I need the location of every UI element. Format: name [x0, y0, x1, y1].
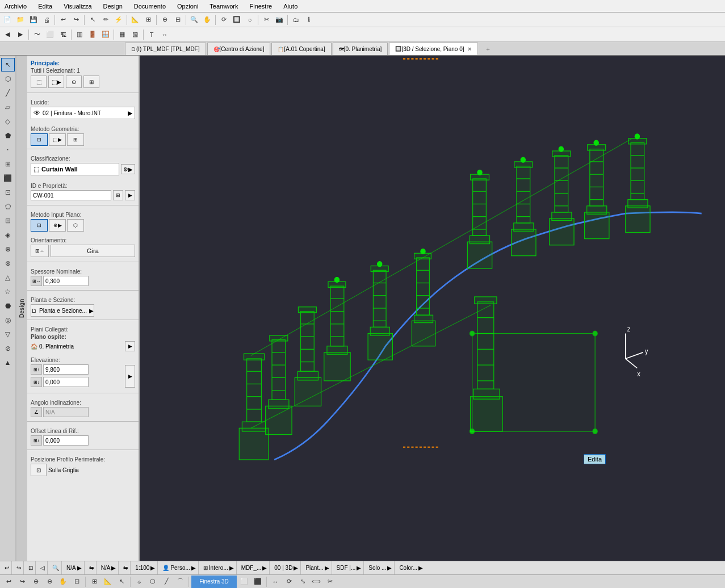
menu-design[interactable]: Design	[101, 2, 125, 11]
bottom-polygon[interactable]: ⬡	[146, 576, 159, 588]
selection-btn-3[interactable]: ⊙	[66, 75, 82, 88]
layer-btn[interactable]: 🗂	[290, 14, 302, 26]
section-btn[interactable]: ✂	[260, 14, 273, 26]
undo-btn[interactable]: ↩	[57, 14, 69, 26]
tool-16[interactable]: △	[1, 271, 15, 284]
bottom-zoom-out[interactable]: ⊖	[43, 576, 56, 588]
tool-20[interactable]: ▽	[1, 327, 15, 341]
elev-bot-input[interactable]	[43, 377, 89, 387]
bottom-mirror[interactable]: ⟺	[310, 576, 322, 588]
tab-3d-selezione[interactable]: 🔲 [3D / Selezione, Piano 0] ✕	[389, 43, 478, 55]
tool-15[interactable]: ⊗	[1, 257, 15, 270]
new-btn[interactable]: 📄	[1, 14, 14, 26]
menu-edita[interactable]: Edita	[36, 2, 55, 11]
bottom-section-icon[interactable]: ⟐	[133, 576, 145, 588]
status-color[interactable]: Color... ▶	[397, 561, 425, 574]
floor-btn[interactable]: ⬜	[44, 28, 56, 41]
selection-btn-2[interactable]: ⬚▶	[48, 75, 64, 88]
tool-9[interactable]: ⬛	[1, 171, 15, 185]
id-settings-btn[interactable]: ⊞	[113, 190, 123, 200]
save-btn[interactable]: 💾	[27, 14, 40, 26]
status-sdf[interactable]: SDF |... ▶	[334, 561, 364, 574]
bottom-zoom-in[interactable]: ⊕	[30, 576, 42, 588]
status-solo[interactable]: Solo ... ▶	[366, 561, 395, 574]
id-arrow-btn[interactable]: ▶	[125, 190, 135, 200]
classificazione-settings[interactable]: ⚙▶	[121, 164, 135, 174]
tool-2[interactable]: ⬡	[1, 72, 15, 86]
lucido-row[interactable]: 👁 02 | Finitura - Muro.INT ▶	[31, 107, 135, 119]
gira-btn[interactable]: Gira	[51, 245, 135, 257]
align-btn[interactable]: ⊞	[142, 14, 154, 26]
tool-13[interactable]: ◈	[1, 228, 15, 242]
tool-18[interactable]: ⬣	[1, 299, 15, 313]
measure-btn[interactable]: 📐	[129, 14, 141, 26]
viewport[interactable]: z y x Edita	[140, 56, 725, 561]
selection-btn-1[interactable]: ⬚	[31, 75, 47, 88]
dim-btn[interactable]: ↔	[158, 28, 171, 41]
curtain-wall-row[interactable]: ⬚ Curtain Wall	[31, 163, 119, 175]
orientamento-icon-btn[interactable]: ⊞↔	[31, 245, 49, 257]
display-btn[interactable]: ⊞	[83, 75, 99, 88]
view3d-btn[interactable]: 🔲	[231, 14, 243, 26]
status-arrow-mid[interactable]: ⇆	[87, 561, 97, 574]
edita-tooltip[interactable]: Edita	[584, 454, 606, 464]
pianta-sezione-btn[interactable]: 🗋 Pianta e Sezione... ▶	[31, 304, 94, 317]
menu-finestre[interactable]: Finestre	[247, 2, 274, 11]
status-na2[interactable]: N/A ▶	[99, 561, 119, 574]
arrow-left-btn[interactable]: ◀	[1, 28, 14, 41]
offset-input[interactable]	[43, 435, 89, 446]
door-btn[interactable]: 🚪	[86, 28, 99, 41]
wall-btn[interactable]: ▥	[73, 28, 86, 41]
tab-tpl-mdf[interactable]: 🗋 (I) TPL_MDF [TPL_MDF]	[125, 43, 206, 55]
input-btn-1[interactable]: ⊡	[31, 219, 48, 232]
orbit-btn[interactable]: ○	[244, 14, 256, 26]
status-undo[interactable]: ↩	[2, 561, 12, 574]
rotate3d-btn[interactable]: ⟳	[217, 14, 230, 26]
elev-settings-btn[interactable]: ▶	[125, 365, 135, 388]
status-mode[interactable]: 00 | 3D ▶	[272, 561, 301, 574]
text-btn[interactable]: T	[145, 28, 158, 41]
snap-btn[interactable]: ⊕	[158, 14, 171, 26]
select-tool[interactable]: ↖	[1, 58, 15, 72]
status-zoom-prev[interactable]: ◁	[38, 561, 48, 574]
redo-btn[interactable]: ↪	[70, 14, 82, 26]
metodo-btn-1[interactable]: ⊡	[31, 133, 48, 146]
hatch-btn[interactable]: ▧	[129, 28, 141, 41]
tool-17[interactable]: ☆	[1, 285, 15, 299]
bottom-redo[interactable]: ↪	[16, 576, 28, 588]
bottom-scale[interactable]: ⤡	[296, 576, 309, 588]
select-btn[interactable]: ↖	[86, 14, 99, 26]
bottom-rotate[interactable]: ⟳	[283, 576, 295, 588]
menu-archivio[interactable]: Archivio	[2, 2, 29, 11]
bottom-square[interactable]: ⬜	[238, 576, 250, 588]
camera-btn[interactable]: 📷	[273, 14, 286, 26]
id-input[interactable]	[31, 190, 111, 200]
input-btn-2[interactable]: ⊕▶	[49, 219, 66, 232]
tool-6[interactable]: ⬟	[1, 129, 15, 142]
spessore-input[interactable]	[43, 276, 89, 286]
bottom-move[interactable]: ↔	[269, 576, 282, 588]
tool-22[interactable]: ▲	[1, 356, 15, 369]
info-btn[interactable]: ℹ	[303, 14, 315, 26]
menu-opzioni[interactable]: Opzioni	[175, 2, 200, 11]
tool-8[interactable]: ⊞	[1, 157, 15, 171]
menu-documento[interactable]: Documento	[132, 2, 168, 11]
wave-btn[interactable]: 〜	[31, 28, 43, 41]
magic-btn[interactable]: ⚡	[112, 14, 125, 26]
bottom-snap[interactable]: ⊞	[88, 576, 100, 588]
status-arrow2[interactable]: ⇆	[121, 561, 131, 574]
status-zoom-fit[interactable]: ⊡	[26, 561, 36, 574]
stair-btn[interactable]: 🏗	[57, 28, 69, 41]
piano-arrow-btn[interactable]: ▶	[125, 341, 135, 351]
bottom-undo[interactable]: ↩	[2, 576, 15, 588]
elev-top-input[interactable]	[43, 364, 89, 375]
menu-visualizza[interactable]: Visualizza	[61, 2, 94, 11]
tool-4[interactable]: ▱	[1, 100, 15, 114]
tab-centro-azione[interactable]: 🎯 [Centro di Azione]	[207, 43, 271, 55]
tool-21[interactable]: ⊘	[1, 342, 15, 355]
bottom-measure[interactable]: 📐	[102, 576, 114, 588]
menu-teamwork[interactable]: Teamwork	[207, 2, 240, 11]
status-na1[interactable]: N/A ▶	[64, 561, 85, 574]
metodo-btn-2[interactable]: ⬚▶	[49, 133, 66, 146]
grid-btn[interactable]: ⊟	[171, 14, 184, 26]
